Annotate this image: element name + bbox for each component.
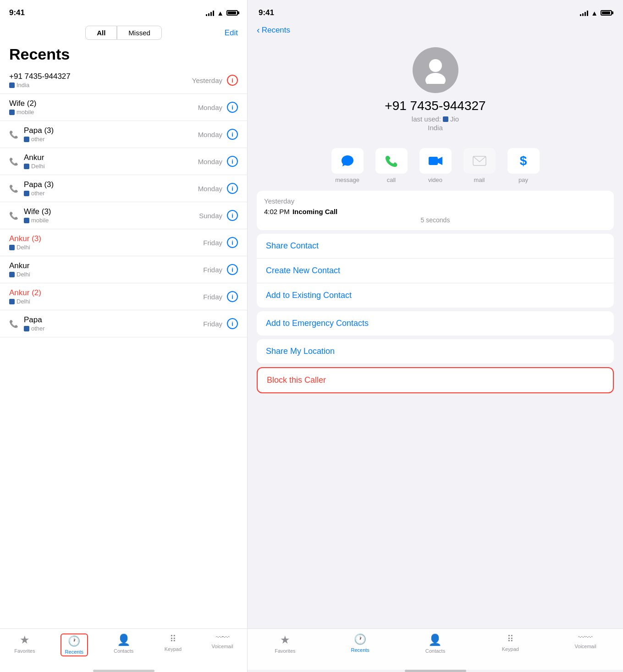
back-chevron-icon: ‹ [257,25,260,35]
info-button-2[interactable]: i [227,102,238,113]
call-name-1: +91 7435-944327 [9,72,71,81]
info-button-9[interactable]: i [227,291,238,302]
tab-favorites-left[interactable]: ★ Favorites [11,633,39,654]
info-button-8[interactable]: i [227,264,238,275]
edit-button[interactable]: Edit [225,28,238,38]
tab-keypad-right[interactable]: ⠿ Keypad [496,633,524,652]
call-time-6: Sunday [199,212,222,220]
battery-icon-right [601,10,612,16]
call-item-9[interactable]: Ankur (2) Delhi Friday i [0,283,247,310]
tab-recents-right[interactable]: 🕐 Recents [347,633,374,653]
tab-missed[interactable]: Missed [117,26,162,40]
call-info-9: Ankur (2) Delhi [9,288,41,305]
info-button-3[interactable]: i [227,129,238,140]
info-button-10[interactable]: i [227,318,238,329]
tab-recents-left[interactable]: 🕐 Recents [61,633,88,656]
menu-add-emergency[interactable]: Add to Emergency Contacts [257,311,614,336]
call-name-9: Ankur (2) [9,288,41,297]
menu-share-location[interactable]: Share My Location [257,339,614,364]
info-button-7[interactable]: i [227,237,238,248]
mail-label: mail [474,176,485,183]
action-btn-message[interactable]: message [329,148,366,183]
menu-share-contact[interactable]: Share Contact [257,234,614,259]
tab-keypad-left[interactable]: ⠿ Keypad [159,633,187,652]
status-time-left: 9:41 [9,8,25,17]
info-button-1[interactable]: i [227,75,238,86]
tab-voicemail-left[interactable]: 〰〰 Voicemail [209,633,236,649]
call-sub-7: Delhi [9,244,41,251]
menu-add-existing[interactable]: Add to Existing Contact [257,283,614,308]
contact-header: +91 7435-944327 last used: Jio India [248,40,623,141]
pay-label: pay [518,176,528,183]
call-item-right-10: Friday i [203,318,238,329]
call-item-left-6: 📞 Wife (3) mobile [9,207,199,224]
call-info-8: Ankur Delhi [9,261,30,278]
home-indicator-right [405,670,466,672]
contact-phone-number: +91 7435-944327 [385,99,485,113]
menu-section-block: Block this Caller [257,367,614,393]
call-item-10[interactable]: 📞 Papa other Friday i [0,310,247,337]
call-item-left-4: 📞 Ankur Delhi [9,153,198,170]
recents-label-left: Recents [65,649,83,655]
tab-contacts-right[interactable]: 👤 Contacts [421,633,449,654]
call-time-3: Monday [198,131,222,138]
video-btn-box [419,148,452,174]
action-btn-mail[interactable]: mail [461,148,498,183]
tab-group: All Missed [85,26,162,40]
call-time-9: Friday [203,293,222,301]
tab-favorites-right[interactable]: ★ Favorites [271,633,299,654]
call-sub-10: other [24,325,45,332]
recents-icon-left: 🕐 [68,635,80,647]
call-sub-5: other [24,190,54,197]
action-btn-video[interactable]: video [417,148,454,183]
tabs-container: All Missed Edit [0,22,247,44]
call-time-8: Friday [203,266,222,274]
info-button-4[interactable]: i [227,156,238,167]
back-nav[interactable]: ‹ Recents [248,22,623,40]
status-bar-right: 9:41 ▲ [248,0,623,22]
call-log-time-row: 4:02 PM Incoming Call [264,208,606,215]
message-btn-box [331,148,364,174]
status-icons-left: ▲ [206,9,238,17]
voicemail-icon-left: 〰〰 [216,633,229,642]
call-list: +91 7435-944327 India Yesterday i Wife (… [0,67,247,628]
call-item-1[interactable]: +91 7435-944327 India Yesterday i [0,67,247,94]
tab-contacts-left[interactable]: 👤 Contacts [110,633,138,654]
call-item-3[interactable]: 📞 Papa (3) other Monday i [0,121,247,148]
call-info-4: Ankur Delhi [24,153,45,170]
person-silhouette [422,56,449,84]
call-item-6[interactable]: 📞 Wife (3) mobile Sunday i [0,202,247,229]
call-log-time: 4:02 PM [264,208,290,215]
jio-badge-9 [9,299,15,304]
menu-create-contact[interactable]: Create New Contact [257,259,614,283]
call-label: call [387,176,396,183]
jio-badge-7 [9,245,15,250]
info-button-5[interactable]: i [227,183,238,194]
action-btn-pay[interactable]: $ pay [505,148,542,183]
call-item-left-10: 📞 Papa other [9,315,203,332]
tab-all[interactable]: All [85,26,117,40]
call-item-right-8: Friday i [203,264,238,275]
tab-bar-left: ★ Favorites 🕐 Recents 👤 Contacts ⠿ Keypa… [0,628,247,670]
jio-badge-2 [9,110,15,115]
call-item-4[interactable]: 📞 Ankur Delhi Monday i [0,148,247,175]
call-item-8[interactable]: Ankur Delhi Friday i [0,256,247,283]
jio-badge-5 [24,191,29,196]
recents-title: Recents [0,44,247,67]
call-info-1: +91 7435-944327 India [9,72,71,88]
call-item-2[interactable]: Wife (2) mobile Monday i [0,94,247,121]
call-time-5: Monday [198,185,222,193]
call-log-date: Yesterday [264,197,606,205]
back-label: Recents [262,26,290,35]
tab-voicemail-right[interactable]: 〰〰 Voicemail [572,633,599,649]
call-name-7: Ankur (3) [9,234,41,243]
call-item-left-3: 📞 Papa (3) other [9,126,198,143]
jio-badge-3 [24,137,29,142]
info-button-6[interactable]: i [227,210,238,221]
contacts-label-right: Contacts [425,648,445,654]
voicemail-icon-right: 〰〰 [578,633,593,642]
call-item-5[interactable]: 📞 Papa (3) other Monday i [0,175,247,202]
action-btn-call[interactable]: call [373,148,410,183]
call-item-7[interactable]: Ankur (3) Delhi Friday i [0,229,247,256]
menu-block-caller[interactable]: Block this Caller [258,368,613,392]
